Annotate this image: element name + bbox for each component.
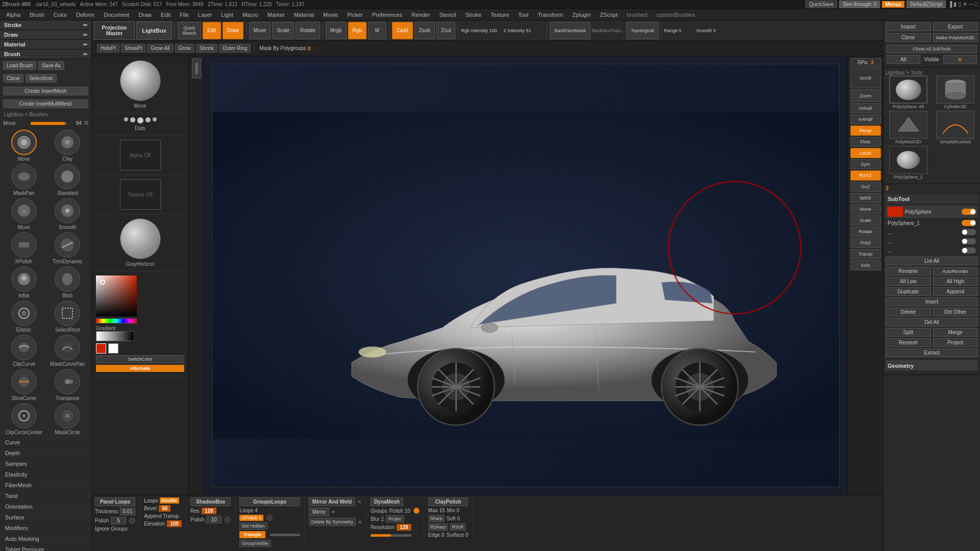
triangle-button[interactable]: Triangle (239, 531, 265, 538)
mrgb-button[interactable]: Mrgb (326, 22, 347, 39)
quick-sketch-button[interactable]: QuickSketch (178, 22, 201, 39)
rename-button[interactable]: Rename (886, 267, 931, 276)
nav-elasticity[interactable]: Elasticity (0, 469, 91, 480)
preview-texture-off[interactable]: Texture Off (92, 175, 188, 214)
clone-button[interactable]: Clone (3, 74, 23, 83)
rgb-button[interactable]: Rgb (348, 22, 366, 39)
save-as-button[interactable]: Save As (38, 61, 64, 70)
gpolish-button[interactable]: GPolish 1 (239, 515, 263, 521)
move-action-btn[interactable]: Move (192, 58, 201, 79)
import-button[interactable]: Import (886, 22, 931, 31)
brush-item-blob[interactable]: Blob (47, 266, 89, 298)
thumb-simplebrushed[interactable]: SimpleBrushed (933, 111, 978, 144)
backface-mask-button[interactable]: BackFaceMask (550, 22, 591, 39)
preview-grayhorizon[interactable]: GrayHorizon (92, 214, 188, 271)
project-button[interactable]: Project (933, 338, 978, 347)
persp-button[interactable]: Persp (850, 126, 881, 136)
panel-polish-toggle[interactable] (129, 518, 135, 524)
subtool-3-toggle[interactable] (962, 229, 976, 235)
subtool-item-3[interactable]: ... (886, 228, 978, 236)
subtool-item-polysphere1[interactable]: PolySphere_1 (886, 219, 978, 227)
projec-button[interactable]: Projec (386, 515, 404, 522)
shadowbox-polish-toggle[interactable] (225, 517, 231, 523)
alternate-button[interactable]: Alternate (96, 365, 184, 372)
fattrib-button[interactable]: fattrib (850, 193, 881, 203)
solo-button[interactable]: Solo (850, 260, 881, 270)
goz-button[interactable]: GoZ (850, 182, 881, 192)
groups-loops-button[interactable]: GroupsLoops (239, 497, 300, 506)
double-button[interactable]: Double (160, 497, 180, 504)
group-visible-button[interactable]: GroupVisible (239, 540, 271, 547)
duplicate-button[interactable]: Duplicate (886, 287, 931, 296)
menu-preferences[interactable]: Preferences (368, 11, 406, 19)
aahalf-button[interactable]: AAHalf (850, 114, 881, 124)
projection-master-button[interactable]: Projection Master (94, 21, 135, 40)
scroll-button[interactable]: Scroll (850, 68, 881, 88)
del-hidden-button[interactable]: Del Hidden (239, 522, 267, 530)
menu-layer[interactable]: Layer (194, 11, 216, 19)
subtool-polysphere-toggle[interactable] (962, 209, 976, 215)
sharp-button[interactable]: Sharp (428, 515, 445, 522)
polyf-button[interactable]: Polyf (850, 238, 881, 248)
menu-brushed[interactable]: brushed (623, 11, 651, 19)
draw-button[interactable]: Draw (223, 22, 243, 39)
menu-zplugin[interactable]: Zplugin (568, 11, 595, 19)
nav-twist[interactable]: Twist (0, 491, 91, 502)
insert-button[interactable]: Insert (886, 297, 978, 306)
nav-orientation[interactable]: Orientation (0, 502, 91, 512)
thumb-polysphere2[interactable]: PolySphere_2 (886, 146, 931, 180)
list-all-button[interactable]: List All (886, 257, 978, 265)
rotate-button[interactable]: Rotate (296, 22, 320, 39)
mirror-button[interactable]: Mirror (309, 508, 329, 516)
rsoft-button[interactable]: RSoft (450, 523, 465, 531)
seethrough-button[interactable]: See-through: 0 (839, 1, 880, 8)
del-other-button[interactable]: Del Other (933, 308, 978, 316)
material-edit-icon[interactable]: ✏ (83, 42, 87, 47)
menu-movie[interactable]: Movie (319, 11, 342, 19)
rotate-right-button[interactable]: Rotate (850, 227, 881, 237)
hidept-button[interactable]: HidePt (97, 44, 119, 53)
menu-macro[interactable]: Macro (238, 11, 262, 19)
menu-zscript[interactable]: ZScript (596, 11, 622, 19)
nav-depth[interactable]: Depth (0, 448, 91, 459)
draw-edit-icon[interactable]: ✏ (83, 32, 87, 38)
zadd-button[interactable]: Zadd (392, 22, 413, 39)
zsub-button[interactable]: Zsub (414, 22, 435, 39)
del-all-button[interactable]: Del All (886, 318, 978, 327)
auto-reorder-button[interactable]: AutoReorder (933, 267, 978, 276)
brush-item-transpose[interactable]: Transpose (47, 369, 89, 401)
delete-by-symmetry-button[interactable]: Delete By Symmetry (309, 518, 356, 526)
brush-item-maskcurvepan[interactable]: MaskCurvePan (47, 335, 89, 367)
preview-move[interactable]: Move (92, 56, 188, 113)
subtool-item-5[interactable]: ... (886, 246, 978, 255)
thumb-polysphere49[interactable]: PolySphere: 49 (886, 76, 931, 109)
brush-item-elastic[interactable]: Elastic (3, 300, 45, 333)
subtool-item-4[interactable]: ... (886, 237, 978, 245)
nav-samples[interactable]: Samples (0, 459, 91, 469)
sym-button[interactable]: Sym (850, 159, 881, 169)
brush-item-slicecurve[interactable]: SliceCurve (3, 369, 45, 401)
zoom-button[interactable]: Zoom (850, 89, 881, 102)
showpt-button[interactable]: ShowPt (121, 44, 145, 53)
local-button[interactable]: Local (850, 148, 881, 158)
menu-edit[interactable]: Edit (157, 11, 175, 19)
brush-item-trimdynamic[interactable]: TrimDynamic (47, 232, 89, 264)
defaultscript-button[interactable]: DefaultZScript (906, 1, 946, 8)
nav-tablet-pressure[interactable]: Tablet Pressure (0, 544, 91, 551)
scale-button[interactable]: Scale (272, 22, 294, 39)
merge-button[interactable]: Merge (933, 328, 978, 337)
gradient-bar[interactable] (96, 331, 134, 341)
primary-color-swatch[interactable] (96, 343, 106, 354)
subtool-polysphere1-toggle[interactable] (962, 220, 976, 226)
menu-alpha[interactable]: Alpha (2, 11, 24, 19)
create-insert-mesh-button[interactable]: Create InsertMesh (3, 87, 88, 95)
thumb-polymesh3d[interactable]: PolyMesh3D (886, 111, 931, 144)
menu-document[interactable]: Document (100, 11, 133, 19)
menu-tool[interactable]: Tool (514, 11, 532, 19)
menu-stencil[interactable]: Stencil (435, 11, 460, 19)
m-button[interactable]: M (368, 22, 386, 39)
shadowbox-button[interactable]: ShadowBox (190, 497, 231, 506)
load-brush-button[interactable]: Load Brush (3, 61, 36, 70)
menu-texture[interactable]: Texture (486, 11, 513, 19)
menu-transform[interactable]: Transform (533, 11, 567, 19)
